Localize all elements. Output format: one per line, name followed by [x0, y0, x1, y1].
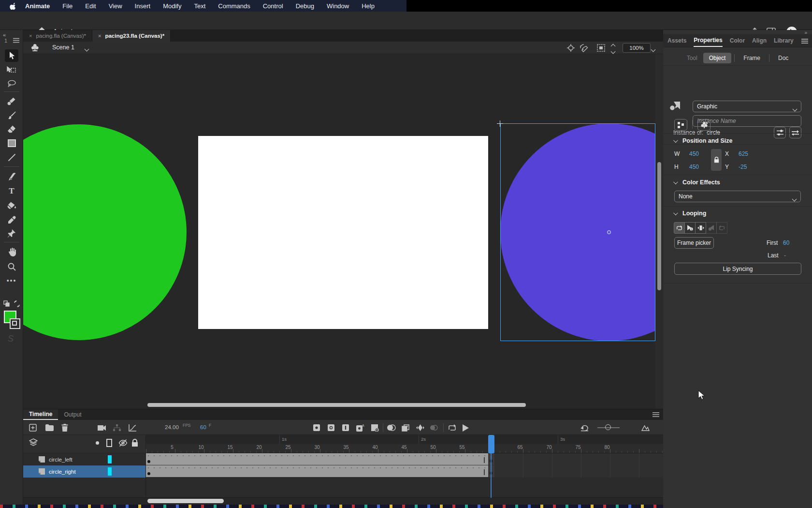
x-value[interactable]: 625 [739, 150, 748, 157]
subtab-frame[interactable]: Frame [738, 53, 766, 63]
hide-layers-icon[interactable] [118, 439, 128, 447]
keyframe-dot[interactable] [147, 472, 150, 475]
panel-menu-icon[interactable] [801, 38, 808, 44]
menu-item-file[interactable]: File [62, 2, 72, 10]
timeline-frame-ruler[interactable]: 5101520253035404550556065707580 [146, 444, 663, 453]
new-folder-icon[interactable] [44, 422, 55, 433]
timeline-horizontal-scrollbar[interactable] [147, 499, 224, 503]
menu-item-modify[interactable]: Modify [163, 2, 181, 10]
asset-warp-tool[interactable] [5, 227, 18, 240]
symbol-library-icon[interactable] [31, 44, 39, 52]
timeline-view-options-icon[interactable] [640, 422, 651, 433]
frame-span[interactable] [146, 465, 488, 477]
fluid-brush-tool[interactable] [5, 95, 18, 107]
camera-icon[interactable] [96, 422, 107, 433]
playhead[interactable] [488, 435, 494, 453]
canvas-vertical-scrollbar[interactable] [657, 162, 661, 290]
break-apart-button[interactable] [674, 119, 687, 131]
layer-name-cell-circle_left[interactable]: circle_left [23, 453, 146, 465]
swap-symbol-button[interactable] [697, 119, 710, 131]
menu-item-insert[interactable]: Insert [135, 2, 151, 10]
zoom-level-input[interactable]: 100% [623, 43, 651, 53]
frame-span[interactable] [146, 453, 488, 465]
menu-item-window[interactable]: Window [327, 2, 349, 10]
toolbar-menu-icon[interactable] [13, 38, 19, 43]
outline-layers-icon[interactable] [106, 439, 112, 447]
hand-tool[interactable] [5, 246, 18, 258]
timeline-tab-output[interactable]: Output [58, 409, 87, 420]
rectangle-tool[interactable] [5, 137, 18, 149]
canvas-horizontal-scrollbar[interactable] [147, 403, 526, 407]
menu-item-view[interactable]: View [109, 2, 122, 10]
insert-frame-icon[interactable] [340, 422, 351, 433]
color-effects-header[interactable]: Color Effects [673, 179, 720, 186]
edit-multiple-frames-icon[interactable] [400, 422, 411, 433]
classic-brush-tool[interactable] [5, 109, 18, 121]
fps-value[interactable]: 24.00 [165, 424, 179, 430]
menu-item-edit[interactable]: Edit [85, 2, 96, 10]
panel-tab-assets[interactable]: Assets [667, 35, 686, 46]
graph-editor-icon[interactable] [127, 422, 138, 433]
lasso-tool[interactable] [5, 77, 18, 90]
play-once-button[interactable]: 1 [684, 222, 696, 234]
panel-tab-align[interactable]: Align [752, 35, 767, 46]
line-tool[interactable] [5, 151, 18, 164]
green-circle[interactable] [23, 124, 187, 340]
remove-frames-icon[interactable] [369, 422, 380, 433]
lip-syncing-button[interactable]: Lip Syncing [674, 263, 801, 275]
panel-tab-properties[interactable]: Properties [694, 34, 722, 47]
current-frame-value[interactable]: 60 [200, 424, 206, 430]
y-value[interactable]: -25 [739, 164, 747, 170]
transform-point[interactable] [607, 230, 611, 234]
position-size-header[interactable]: Position and Size [673, 137, 733, 144]
rotation-tool-icon[interactable] [579, 44, 588, 52]
first-frame-value[interactable]: 60 [783, 239, 789, 246]
lock-aspect-ratio-icon[interactable] [711, 149, 722, 171]
eraser-tool[interactable] [5, 123, 18, 135]
close-tab-icon[interactable]: × [29, 33, 32, 39]
menu-item-debug[interactable]: Debug [296, 2, 314, 10]
play-icon[interactable] [460, 422, 471, 433]
single-frame-button[interactable] [695, 222, 706, 234]
eyedropper-tool[interactable] [5, 213, 18, 226]
timeline-panel-menu-icon[interactable] [652, 412, 659, 418]
stroke-color-swatch[interactable] [10, 318, 20, 329]
panel-tab-library[interactable]: Library [774, 35, 794, 46]
layer-frames-strip[interactable] [146, 465, 663, 478]
panel-tab-color[interactable]: Color [730, 35, 745, 46]
canvas-area[interactable] [23, 54, 663, 409]
loop-button[interactable] [674, 222, 685, 234]
layer-name-cell-circle_right[interactable]: circle_right [23, 465, 146, 478]
timeline-tab-timeline[interactable]: Timeline [23, 409, 58, 420]
document-tab[interactable]: ×pacing23.fla (Canvas)* [92, 30, 171, 42]
default-colors-icon[interactable] [3, 300, 10, 307]
collapse-panel-icon[interactable]: « [3, 32, 6, 38]
insert-blank-keyframe-icon[interactable] [326, 422, 336, 433]
close-tab-icon[interactable]: × [98, 33, 101, 39]
auto-keyframe-icon[interactable]: A [355, 422, 365, 433]
subselection-tool[interactable] [5, 64, 18, 76]
insert-keyframe-icon[interactable] [311, 422, 322, 433]
more-tools-icon[interactable]: ••• [5, 274, 18, 287]
menu-item-text[interactable]: Text [194, 2, 205, 10]
paint-bucket-tool[interactable] [5, 199, 18, 212]
selection-bounding-box[interactable] [500, 123, 655, 341]
zoom-tool[interactable] [5, 260, 18, 273]
apple-menu-icon[interactable] [10, 2, 16, 10]
menu-item-help[interactable]: Help [362, 2, 375, 10]
reset-timeline-zoom-icon[interactable] [579, 422, 590, 433]
stage[interactable] [198, 136, 488, 329]
delete-layer-icon[interactable] [59, 422, 70, 433]
keyframe-dot[interactable] [147, 460, 150, 463]
center-stage-icon[interactable] [567, 44, 575, 52]
menu-item-control[interactable]: Control [263, 2, 283, 10]
subtab-tool[interactable]: Tool [681, 53, 703, 63]
height-value[interactable]: 450 [689, 164, 699, 170]
text-tool[interactable]: T [5, 185, 18, 197]
subtab-doc[interactable]: Doc [772, 53, 794, 63]
color-effect-dropdown[interactable]: None [674, 191, 801, 202]
lock-layers-icon[interactable] [131, 439, 138, 447]
zoom-stepper-down-icon[interactable] [611, 48, 615, 55]
zoom-dropdown-chevron[interactable] [652, 46, 655, 53]
create-classic-tween-icon[interactable] [415, 422, 425, 433]
